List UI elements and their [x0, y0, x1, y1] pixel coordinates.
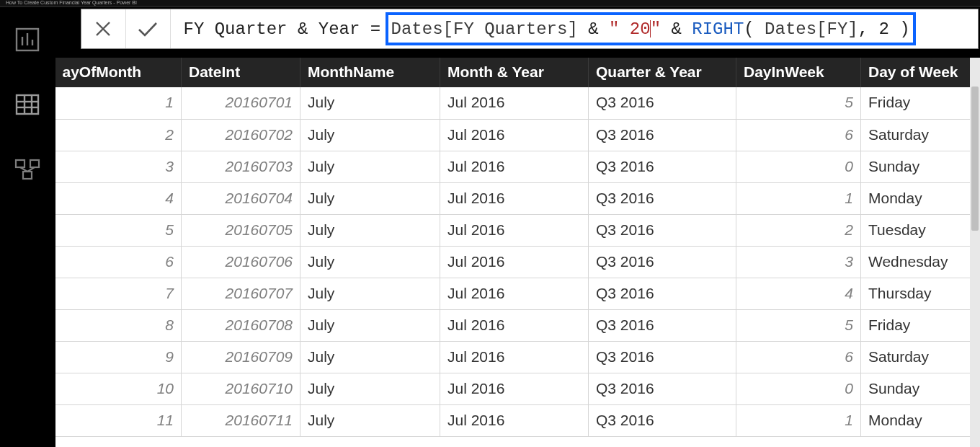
cell-quarter-year[interactable]: Q3 2016 — [589, 246, 736, 278]
table-row[interactable]: 620160706JulyJul 2016Q3 20163Wednesday — [55, 246, 980, 278]
cell-month-name[interactable]: July — [300, 278, 440, 309]
cell-month-year[interactable]: Jul 2016 — [440, 278, 589, 309]
cell-quarter-year[interactable]: Q3 2016 — [589, 87, 736, 119]
cell-month-year[interactable]: Jul 2016 — [440, 404, 589, 436]
cell-day-of-week[interactable]: Monday — [861, 182, 980, 214]
cell-date-int[interactable]: 20160702 — [182, 119, 300, 151]
formula-input[interactable]: FY Quarter & Year = Dates[FY Quarters] &… — [171, 9, 979, 48]
cell-day-of-week[interactable]: Wednesday — [861, 246, 980, 278]
cell-month-year[interactable]: Jul 2016 — [440, 182, 589, 214]
cell-day-of-week[interactable]: Saturday — [861, 341, 980, 373]
cell-day-of-week[interactable]: Sunday — [861, 373, 980, 404]
cell-month-year[interactable]: Jul 2016 — [440, 309, 589, 341]
cell-day-of-month[interactable]: 3 — [55, 151, 182, 182]
table-row[interactable]: 520160705JulyJul 2016Q3 20162Tuesday — [55, 214, 980, 246]
table-row[interactable]: 820160708JulyJul 2016Q3 20165Friday — [55, 309, 980, 341]
cell-day-in-week[interactable]: 1 — [736, 182, 861, 214]
cell-day-of-month[interactable]: 5 — [55, 214, 182, 246]
data-view-icon[interactable] — [13, 90, 42, 119]
scrollbar-thumb[interactable] — [971, 87, 979, 231]
cell-day-in-week[interactable]: 2 — [736, 214, 861, 246]
column-header-month-name[interactable]: MonthName — [300, 58, 440, 87]
column-header-quarter-year[interactable]: Quarter & Year — [589, 58, 736, 87]
table-row[interactable]: 920160709JulyJul 2016Q3 20166Saturday — [55, 341, 980, 373]
cell-day-of-month[interactable]: 4 — [55, 182, 182, 214]
cell-month-year[interactable]: Jul 2016 — [440, 214, 589, 246]
cell-day-in-week[interactable]: 0 — [736, 373, 861, 404]
cell-day-of-month[interactable]: 11 — [55, 404, 182, 436]
cell-date-int[interactable]: 20160707 — [182, 278, 300, 309]
cell-date-int[interactable]: 20160706 — [182, 246, 300, 278]
cell-month-name[interactable]: July — [300, 404, 440, 436]
cell-date-int[interactable]: 20160709 — [182, 341, 300, 373]
cell-day-in-week[interactable]: 1 — [736, 404, 861, 436]
cell-quarter-year[interactable]: Q3 2016 — [589, 309, 736, 341]
column-header-date-int[interactable]: DateInt — [182, 58, 300, 87]
cell-date-int[interactable]: 20160710 — [182, 373, 300, 404]
table-row[interactable]: 120160701JulyJul 2016Q3 20165Friday — [55, 87, 980, 119]
cell-quarter-year[interactable]: Q3 2016 — [589, 278, 736, 309]
cell-day-in-week[interactable]: 4 — [736, 278, 861, 309]
cell-month-year[interactable]: Jul 2016 — [440, 373, 589, 404]
cell-day-of-week[interactable]: Tuesday — [861, 214, 980, 246]
cell-month-name[interactable]: July — [300, 214, 440, 246]
cell-day-in-week[interactable]: 3 — [736, 246, 861, 278]
cell-day-in-week[interactable]: 5 — [736, 309, 861, 341]
cell-date-int[interactable]: 20160711 — [182, 404, 300, 436]
cell-day-in-week[interactable]: 0 — [736, 151, 861, 182]
cell-month-year[interactable]: Jul 2016 — [440, 341, 589, 373]
cell-month-year[interactable]: Jul 2016 — [440, 119, 589, 151]
cell-quarter-year[interactable]: Q3 2016 — [589, 214, 736, 246]
cell-day-in-week[interactable]: 5 — [736, 87, 861, 119]
cell-month-year[interactable]: Jul 2016 — [440, 246, 589, 278]
cell-day-of-week[interactable]: Sunday — [861, 151, 980, 182]
cell-day-of-month[interactable]: 1 — [55, 87, 182, 119]
data-grid[interactable]: ayOfMonthDateIntMonthNameMonth & YearQua… — [55, 58, 981, 437]
cell-date-int[interactable]: 20160708 — [182, 309, 300, 341]
formula-commit-button[interactable] — [126, 9, 171, 48]
cell-date-int[interactable]: 20160703 — [182, 151, 300, 182]
table-row[interactable]: 720160707JulyJul 2016Q3 20164Thursday — [55, 278, 980, 309]
cell-day-of-month[interactable]: 7 — [55, 278, 182, 309]
cell-month-year[interactable]: Jul 2016 — [440, 151, 589, 182]
column-header-month-year[interactable]: Month & Year — [440, 58, 589, 87]
report-view-icon[interactable] — [13, 25, 42, 54]
cell-day-of-week[interactable]: Monday — [861, 404, 980, 436]
cell-month-name[interactable]: July — [300, 151, 440, 182]
cell-date-int[interactable]: 20160705 — [182, 214, 300, 246]
table-row[interactable]: 220160702JulyJul 2016Q3 20166Saturday — [55, 119, 980, 151]
table-row[interactable]: 1120160711JulyJul 2016Q3 20161Monday — [55, 404, 980, 436]
vertical-scrollbar[interactable] — [970, 58, 980, 447]
cell-quarter-year[interactable]: Q3 2016 — [589, 341, 736, 373]
cell-month-year[interactable]: Jul 2016 — [440, 87, 589, 119]
formula-cancel-button[interactable] — [81, 9, 126, 48]
cell-month-name[interactable]: July — [300, 182, 440, 214]
column-header-day-in-week[interactable]: DayInWeek — [736, 58, 861, 87]
cell-day-in-week[interactable]: 6 — [736, 341, 861, 373]
cell-quarter-year[interactable]: Q3 2016 — [589, 119, 736, 151]
table-row[interactable]: 420160704JulyJul 2016Q3 20161Monday — [55, 182, 980, 214]
model-view-icon[interactable] — [13, 155, 42, 184]
cell-day-of-week[interactable]: Thursday — [861, 278, 980, 309]
cell-day-of-month[interactable]: 9 — [55, 341, 182, 373]
cell-day-in-week[interactable]: 6 — [736, 119, 861, 151]
cell-month-name[interactable]: July — [300, 246, 440, 278]
cell-quarter-year[interactable]: Q3 2016 — [589, 404, 736, 436]
cell-month-name[interactable]: July — [300, 373, 440, 404]
cell-day-of-week[interactable]: Friday — [861, 309, 980, 341]
column-header-day-of-month[interactable]: ayOfMonth — [55, 58, 182, 87]
cell-month-name[interactable]: July — [300, 309, 440, 341]
cell-quarter-year[interactable]: Q3 2016 — [589, 373, 736, 404]
cell-day-of-week[interactable]: Saturday — [861, 119, 980, 151]
cell-quarter-year[interactable]: Q3 2016 — [589, 182, 736, 214]
cell-day-of-month[interactable]: 8 — [55, 309, 182, 341]
cell-date-int[interactable]: 20160701 — [182, 87, 300, 119]
cell-month-name[interactable]: July — [300, 87, 440, 119]
cell-day-of-month[interactable]: 2 — [55, 119, 182, 151]
cell-date-int[interactable]: 20160704 — [182, 182, 300, 214]
cell-month-name[interactable]: July — [300, 341, 440, 373]
cell-quarter-year[interactable]: Q3 2016 — [589, 151, 736, 182]
column-header-day-of-week[interactable]: Day of Week — [861, 58, 980, 87]
table-row[interactable]: 320160703JulyJul 2016Q3 20160Sunday — [55, 151, 980, 182]
cell-month-name[interactable]: July — [300, 119, 440, 151]
